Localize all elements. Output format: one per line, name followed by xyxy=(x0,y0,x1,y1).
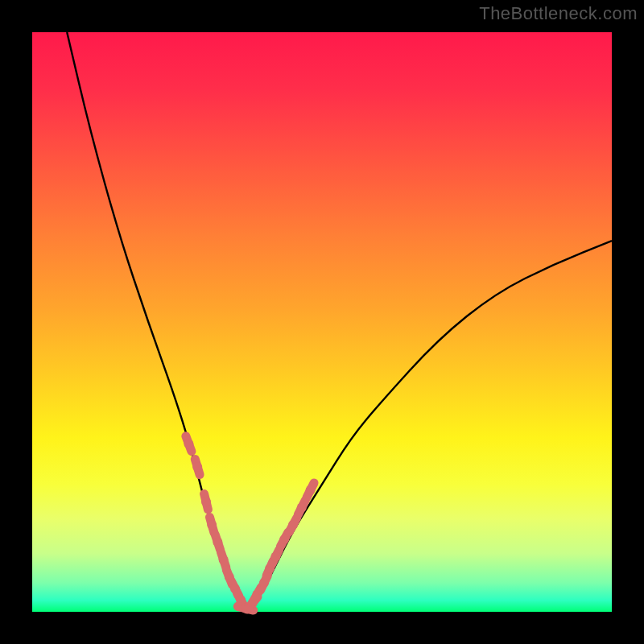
plot-area xyxy=(32,32,612,612)
marker-dot xyxy=(306,485,316,495)
curve-markers xyxy=(184,436,315,613)
marker-dot xyxy=(270,552,280,562)
chart-frame: TheBottleneck.com xyxy=(0,0,644,644)
marker-dot xyxy=(201,497,211,506)
marker-dot xyxy=(288,520,298,530)
bottleneck-curve xyxy=(67,32,612,610)
marker-dot xyxy=(297,502,307,512)
curve-layer xyxy=(32,32,612,612)
marker-dot xyxy=(184,439,193,448)
marker-dot xyxy=(219,555,229,564)
marker-dot xyxy=(207,520,217,530)
watermark-text: TheBottleneck.com xyxy=(479,3,638,24)
marker-dot xyxy=(213,538,222,547)
marker-dot xyxy=(192,462,202,472)
